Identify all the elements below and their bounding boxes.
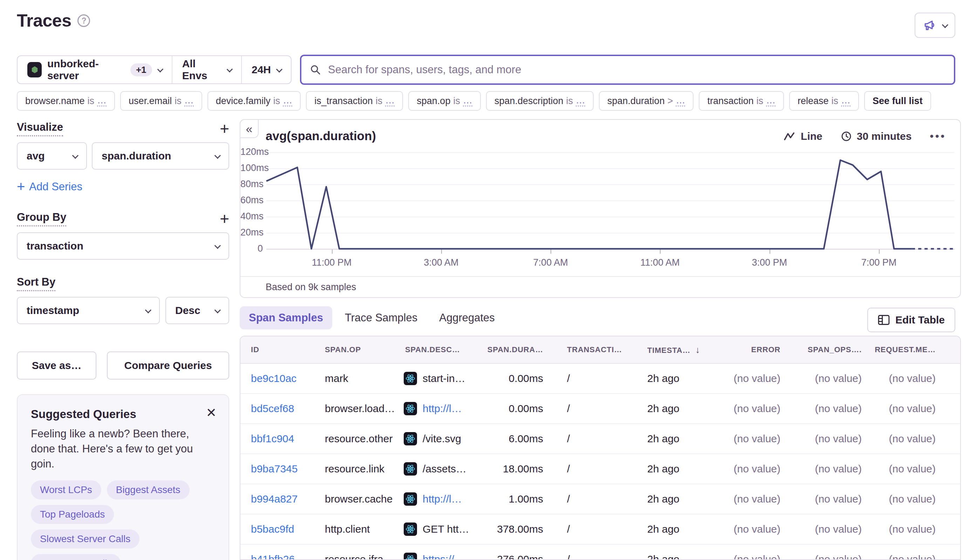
column-header-requestme[interactable]: REQUEST.ME… bbox=[870, 345, 960, 354]
cell-id[interactable]: b994a827 bbox=[240, 493, 325, 505]
table-row[interactable]: bd5cef68browser.load… http://l…0.00ms/2h… bbox=[240, 394, 960, 424]
cell-span-description[interactable]: http://l… bbox=[404, 492, 486, 506]
cell-timestamp[interactable]: 2h ago bbox=[623, 463, 705, 475]
see-full-list-button[interactable]: See full list bbox=[864, 91, 931, 111]
filter-chip[interactable]: span.duration>… bbox=[599, 91, 693, 111]
column-header-spandura[interactable]: SPAN.DURA… bbox=[486, 345, 547, 354]
cell-span-description[interactable]: GET htt… bbox=[404, 523, 486, 536]
interval-button[interactable]: 30 minutes bbox=[841, 130, 912, 142]
span-id-link[interactable]: b994a827 bbox=[251, 493, 298, 505]
column-header-timesta[interactable]: TIMESTA…↓ bbox=[623, 345, 705, 355]
cell-timestamp[interactable]: 2h ago bbox=[623, 373, 705, 385]
chevron-down-icon bbox=[215, 307, 221, 313]
search-bar[interactable] bbox=[300, 55, 955, 85]
cell-timestamp[interactable]: 2h ago bbox=[623, 433, 705, 445]
filter-chip[interactable]: span.opis… bbox=[408, 91, 481, 111]
timestamp-value[interactable]: 2h ago bbox=[647, 553, 680, 560]
timestamp-value[interactable]: 2h ago bbox=[647, 373, 680, 385]
group-by-select[interactable]: transaction bbox=[17, 232, 229, 260]
column-header-spandesc[interactable]: SPAN.DESC… bbox=[404, 345, 486, 354]
timestamp-value[interactable]: 2h ago bbox=[647, 403, 680, 415]
filter-chip[interactable]: browser.nameis… bbox=[17, 91, 115, 111]
filter-chip[interactable]: span.descriptionis… bbox=[486, 91, 593, 111]
sort-field-select[interactable]: timestamp bbox=[17, 297, 160, 324]
timestamp-value[interactable]: 2h ago bbox=[647, 463, 680, 475]
column-header-spanop[interactable]: SPAN.OP bbox=[325, 345, 404, 354]
chart-plot[interactable]: 11:00 PM3:00 AM7:00 AM11:00 AM3:00 PM7:0… bbox=[266, 152, 955, 249]
project-selector[interactable]: unborked-server +1 bbox=[18, 56, 172, 83]
cell-timestamp[interactable]: 2h ago bbox=[623, 493, 705, 505]
cell-span-op: http.client bbox=[325, 523, 404, 535]
save-as-button[interactable]: Save as… bbox=[17, 352, 97, 380]
table-row[interactable]: bbf1c904resource.other /vite.svg6.00ms/2… bbox=[240, 424, 960, 454]
whats-new-button[interactable] bbox=[915, 13, 955, 38]
no-value: (no value) bbox=[734, 463, 780, 475]
tab-aggregates[interactable]: Aggregates bbox=[430, 306, 504, 329]
span-id-link[interactable]: b41bfb26 bbox=[251, 553, 295, 560]
search-input[interactable] bbox=[327, 63, 945, 77]
suggested-query-chip[interactable]: Worst LCPs bbox=[31, 480, 101, 499]
cell-id[interactable]: b9ba7345 bbox=[240, 463, 325, 475]
timestamp-value[interactable]: 2h ago bbox=[647, 523, 680, 535]
table-row[interactable]: b994a827browser.cache http://l…1.00ms/2h… bbox=[240, 484, 960, 515]
time-range-selector[interactable]: 24H bbox=[242, 56, 291, 83]
filter-chip[interactable]: is_transactionis… bbox=[306, 91, 403, 111]
environment-selector[interactable]: All Envs bbox=[172, 56, 241, 83]
edit-table-button[interactable]: Edit Table bbox=[867, 308, 955, 332]
table-row[interactable]: be9c10acmark start-in…0.00ms/2h ago(no v… bbox=[240, 364, 960, 394]
field-select[interactable]: span.duration bbox=[92, 142, 229, 170]
cell-timestamp[interactable]: 2h ago bbox=[623, 403, 705, 415]
timestamp-value[interactable]: 2h ago bbox=[647, 433, 680, 445]
aggregate-select[interactable]: avg bbox=[17, 142, 87, 170]
table-row[interactable]: b5bac9fdhttp.client GET htt…378.00ms/2h … bbox=[240, 515, 960, 545]
cell-timestamp[interactable]: 2h ago bbox=[623, 523, 705, 535]
span-id-link[interactable]: b9ba7345 bbox=[251, 463, 298, 475]
cell-id[interactable]: b5bac9fd bbox=[240, 523, 325, 535]
cell-span-description[interactable]: https://… bbox=[404, 553, 486, 560]
add-series-button[interactable]: + Add Series bbox=[17, 179, 229, 195]
filter-chip[interactable]: user.emailis… bbox=[120, 91, 202, 111]
suggested-query-chip[interactable]: Top Server Calls bbox=[31, 554, 121, 560]
chart-more-button[interactable]: ••• bbox=[930, 130, 946, 142]
column-header-spanops[interactable]: SPAN_OPS…. bbox=[789, 345, 870, 354]
cell-span-description[interactable]: http://l… bbox=[404, 402, 486, 415]
filter-chip[interactable]: releaseis… bbox=[789, 91, 859, 111]
table-row[interactable]: b9ba7345resource.link /assets…18.00ms/2h… bbox=[240, 454, 960, 484]
column-header-error[interactable]: ERROR bbox=[705, 345, 789, 354]
tab-span-samples[interactable]: Span Samples bbox=[240, 306, 332, 329]
span-id-link[interactable]: bd5cef68 bbox=[251, 403, 294, 414]
suggested-query-chip[interactable]: Biggest Assets bbox=[107, 480, 190, 499]
help-icon[interactable]: ? bbox=[77, 14, 90, 27]
cell-id[interactable]: b41bfb26 bbox=[240, 553, 325, 560]
tab-trace-samples[interactable]: Trace Samples bbox=[336, 306, 427, 329]
column-header-id[interactable]: ID bbox=[240, 345, 325, 354]
no-value: (no value) bbox=[815, 553, 862, 560]
cell-span-description[interactable]: /assets… bbox=[404, 462, 486, 475]
suggested-query-chip[interactable]: Slowest Server Calls bbox=[31, 530, 140, 548]
chart-panel: « avg(span.duration) Line 30 minutes •••… bbox=[240, 119, 961, 298]
filter-chip[interactable]: transactionis… bbox=[699, 91, 784, 111]
suggested-query-chip[interactable]: Top Pageloads bbox=[31, 505, 114, 524]
chart-type-button[interactable]: Line bbox=[784, 130, 822, 142]
cell-span-description[interactable]: /vite.svg bbox=[404, 432, 486, 445]
cell-id[interactable]: bbf1c904 bbox=[240, 433, 325, 445]
close-icon[interactable]: ✕ bbox=[206, 405, 217, 420]
span-id-link[interactable]: bbf1c904 bbox=[251, 433, 294, 444]
chip-operator: is bbox=[757, 96, 763, 107]
cell-id[interactable]: bd5cef68 bbox=[240, 403, 325, 415]
sort-direction-select[interactable]: Desc bbox=[165, 297, 229, 324]
span-id-link[interactable]: b5bac9fd bbox=[251, 523, 294, 535]
cell-id[interactable]: be9c10ac bbox=[240, 373, 325, 385]
add-visualize-button[interactable]: + bbox=[220, 120, 229, 137]
results-tabs: Span SamplesTrace SamplesAggregates bbox=[240, 306, 504, 329]
table-row[interactable]: b41bfb26resource.ifra… https://…276.00ms… bbox=[240, 545, 960, 560]
span-id-link[interactable]: be9c10ac bbox=[251, 373, 297, 384]
timestamp-value[interactable]: 2h ago bbox=[647, 493, 680, 505]
cell-span-description[interactable]: start-in… bbox=[404, 372, 486, 385]
filter-chip[interactable]: device.familyis… bbox=[207, 91, 301, 111]
column-header-transacti[interactable]: TRANSACTI… bbox=[547, 345, 623, 354]
collapse-sidebar-button[interactable]: « bbox=[240, 119, 258, 138]
add-group-by-button[interactable]: + bbox=[220, 211, 229, 227]
compare-queries-button[interactable]: Compare Queries bbox=[107, 352, 229, 380]
cell-timestamp[interactable]: 2h ago bbox=[623, 553, 705, 560]
